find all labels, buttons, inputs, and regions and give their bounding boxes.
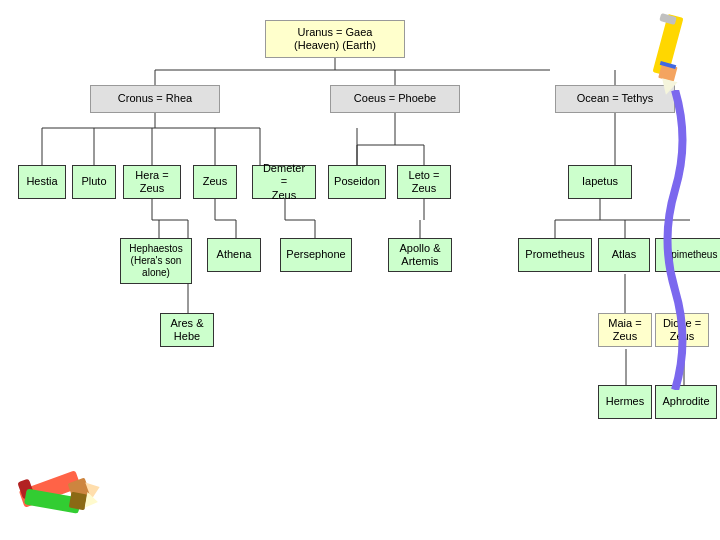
node-iapetus: Iapetus [568,165,632,199]
node-poseidon: Poseidon [328,165,386,199]
node-maia-zeus: Maia = Zeus [598,313,652,347]
svg-rect-49 [69,492,88,511]
node-pluto: Pluto [72,165,116,199]
chart-area: Uranus = Gaea (Heaven) (Earth) Cronus = … [10,10,690,530]
node-coeus-phoebe: Coeus = Phoebe [330,85,460,113]
node-zeus: Zeus [193,165,237,199]
node-ares-hebe: Ares & Hebe [160,313,214,347]
swirl-right-icon [660,90,690,390]
node-demeter-zeus: Demeter = Zeus [252,165,316,199]
node-aphrodite: Aphrodite [655,385,717,419]
node-persephone: Persephone [280,238,352,272]
node-hera-zeus: Hera = Zeus [123,165,181,199]
node-athena: Athena [207,238,261,272]
pencil-bottom-left-icon [15,455,105,525]
node-apollo-artemis: Apollo & Artemis [388,238,452,272]
pencil-top-right-icon [625,10,690,95]
node-hephaestos: Hephaestos (Hera's son alone) [120,238,192,284]
node-prometheus: Prometheus [518,238,592,272]
node-cronus-rhea: Cronus = Rhea [90,85,220,113]
node-hermes: Hermes [598,385,652,419]
node-uranus-gaea: Uranus = Gaea (Heaven) (Earth) [265,20,405,58]
node-hestia: Hestia [18,165,66,199]
node-leto-zeus: Leto = Zeus [397,165,451,199]
node-atlas: Atlas [598,238,650,272]
